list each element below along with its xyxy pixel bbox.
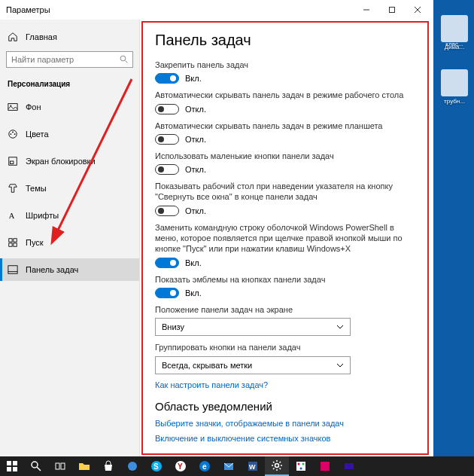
taskbar-app-browser[interactable] [120,456,144,476]
nav-list: Фон Цвета Экран блокировки Темы A Шрифты [0,96,139,285]
sidebar: Главная Персонализация Фон Цвета [0,20,140,456]
browser-icon [126,460,138,472]
taskbar-app-paint[interactable] [289,456,313,476]
chevron-down-icon [336,323,344,331]
toggle-autohide-desktop[interactable] [155,104,179,114]
svg-text:A: A [9,212,15,220]
svg-rect-19 [8,266,17,274]
taskbar-icon [8,264,18,275]
svg-point-26 [32,462,38,468]
start-button[interactable] [0,456,24,476]
setting-badges: Показать эмблемы на кнопках панели задач… [155,274,414,298]
svg-point-10 [14,133,16,135]
window-title: Параметры [6,5,50,14]
search-icon [30,460,42,472]
svg-rect-16 [14,239,17,242]
setting-label: Положение панели задач на экране [155,304,414,315]
app-icon [319,460,331,472]
svg-point-44 [300,468,302,470]
search-input[interactable] [6,51,133,68]
setting-label: Использовать маленькие кнопки панели зад… [155,151,414,161]
nav-label: Цвета [26,130,49,139]
settings-window: Параметры Главная [0,0,433,456]
toggle-powershell[interactable] [155,258,179,268]
windows-icon [6,460,18,472]
svg-text:Y: Y [178,462,183,471]
toggle-badges[interactable] [155,288,179,298]
desktop-icon-label: трубн... [444,98,465,105]
taskbar-app-explorer[interactable] [72,456,96,476]
sidebar-item-themes[interactable]: Темы [0,177,139,200]
taskbar-app-generic1[interactable] [313,456,337,476]
sidebar-item-lockscreen[interactable]: Экран блокировки [0,150,139,172]
svg-line-27 [37,467,41,471]
toggle-state-label: Вкл. [185,74,202,83]
taskbar-app-yandex[interactable]: Y [169,456,193,476]
svg-rect-29 [61,463,65,469]
desktop-icon[interactable]: трубн... [438,69,471,105]
toggle-autohide-tablet[interactable] [155,134,179,145]
setting-position: Положение панели задач на экране Внизу [155,304,414,336]
taskbar-app-skype[interactable]: S [144,456,169,476]
content-panel: Панель задач Закрепить панель задач Вкл.… [141,21,429,455]
link-howto[interactable]: Как настроить панели задач? [155,380,414,389]
svg-rect-1 [390,8,395,13]
svg-point-43 [302,463,305,465]
svg-rect-24 [7,467,11,471]
sidebar-item-fonts[interactable]: A Шрифты [0,204,139,227]
dropdown-position[interactable]: Внизу [155,318,351,336]
toggle-small-buttons[interactable] [155,164,179,175]
svg-rect-46 [345,463,354,469]
svg-line-5 [126,61,128,63]
taskbar-app-edge[interactable]: e [193,456,217,476]
nav-label: Панель задач [26,265,78,274]
taskbar-app-settings[interactable] [265,456,289,476]
link-select-icons[interactable]: Выберите значки, отображаемые в панели з… [155,419,414,428]
taskbar-app-word[interactable]: W [241,456,265,476]
setting-label: Группировать кнопки на панели задач [155,342,414,352]
fonts-icon: A [8,210,18,221]
nav-label: Темы [26,184,47,193]
svg-point-11 [11,133,12,135]
taskbar-app-mail[interactable] [217,456,241,476]
setting-autohide-tablet: Автоматически скрывать панель задач в ре… [155,121,414,145]
dropdown-grouping[interactable]: Всегда, скрывать метки [155,356,351,374]
minimize-button[interactable] [354,1,379,19]
chevron-down-icon [336,362,344,369]
toggle-state-label: Откл. [185,206,206,215]
gear-icon [271,459,283,471]
toggle-state-label: Откл. [185,165,206,174]
nav-label: Пуск [26,238,44,247]
home-button[interactable]: Главная [0,27,139,47]
folder-icon [78,460,90,472]
edge-icon: e [199,460,211,472]
svg-text:W: W [249,463,256,471]
svg-rect-6 [8,104,17,111]
yandex-icon: Y [175,460,187,472]
toggle-state-label: Откл. [185,105,206,114]
setting-label: Автоматически скрывать панель задач в ре… [155,121,414,131]
home-icon [8,32,18,42]
sidebar-item-taskbar[interactable]: Панель задач [0,258,139,281]
setting-label: Заменить командную строку оболочкой Wind… [155,222,414,255]
sidebar-item-start[interactable]: Пуск [0,231,139,254]
toggle-peek-desktop[interactable] [155,206,179,216]
desktop-icon[interactable]: клас... [438,41,471,47]
sidebar-item-colors[interactable]: Цвета [0,123,139,145]
maximize-button[interactable] [379,1,405,19]
svg-rect-15 [9,239,12,242]
folder-icon [441,15,468,42]
dropdown-value: Всегда, скрывать метки [162,361,252,370]
close-button[interactable] [405,1,430,19]
taskbar-taskview[interactable] [48,456,72,476]
title-bar: Параметры [0,0,433,20]
taskbar-app-store[interactable] [96,456,120,476]
link-system-icons[interactable]: Включение и выключение системных значков [155,434,414,443]
sidebar-item-background[interactable]: Фон [0,96,139,118]
toggle-lock-taskbar[interactable] [155,73,179,84]
svg-text:e: e [202,462,207,471]
taskbar-app-generic2[interactable] [337,456,361,476]
taskbar-search[interactable] [24,456,48,476]
page-title: Панель задач [155,32,414,49]
svg-point-9 [12,132,14,133]
